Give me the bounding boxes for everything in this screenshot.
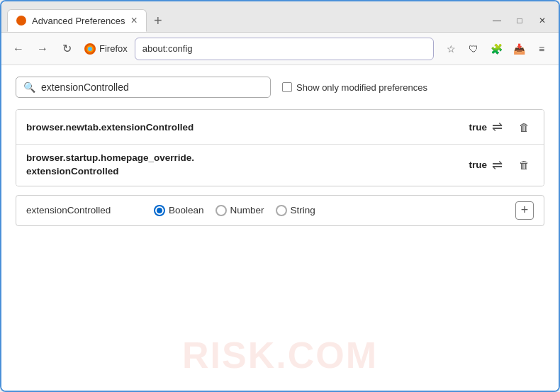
delete-button-1[interactable] [514, 117, 534, 137]
pref-name-1: browser.newtab.extensionControlled [26, 122, 463, 133]
radio-string-circle [276, 205, 287, 216]
watermark: RISK.COM [182, 334, 378, 376]
browser-window: Advanced Preferences × + — □ ✕ ← → ↻ Fir… [0, 0, 560, 392]
radio-string[interactable]: String [276, 205, 315, 216]
add-pref-name: extensionControlled [26, 205, 140, 215]
tab-close-button[interactable]: × [131, 15, 138, 26]
downloads-icon[interactable]: 📥 [509, 39, 529, 59]
back-button[interactable]: ← [9, 39, 28, 59]
row-actions-2 [487, 155, 534, 175]
search-input[interactable] [41, 82, 263, 93]
page-content: 🔍 Show only modified preferences browser… [1, 65, 559, 391]
search-icon: 🔍 [23, 82, 35, 93]
window-controls: — □ ✕ [486, 12, 553, 32]
reload-button[interactable]: ↻ [57, 39, 77, 59]
search-box[interactable]: 🔍 [16, 77, 271, 98]
bookmark-icon[interactable]: ☆ [441, 39, 461, 59]
radio-boolean-dot [157, 208, 162, 213]
radio-string-label: String [291, 205, 315, 215]
pref-name-2-line1: browser.startup.homepage_override. [26, 152, 463, 165]
tab-title: Advanced Preferences [32, 16, 125, 26]
search-row: 🔍 Show only modified preferences [16, 77, 544, 98]
pref-value-1: true [463, 122, 487, 133]
results-table: browser.newtab.extensionControlled true … [16, 109, 544, 186]
address-bar[interactable]: about:config [135, 38, 434, 60]
tab-bar: Advanced Preferences × + — □ ✕ [1, 1, 559, 33]
menu-icon[interactable]: ≡ [532, 39, 551, 59]
new-tab-button[interactable]: + [150, 9, 167, 32]
tab-favicon [16, 16, 26, 26]
delete-button-2[interactable] [514, 155, 534, 175]
row-actions-1 [487, 117, 534, 137]
shield-icon[interactable]: 🛡 [464, 39, 483, 59]
extension-icon[interactable]: 🧩 [486, 39, 506, 59]
pref-name-2-line2: extensionControlled [26, 165, 463, 179]
pref-name-2: browser.startup.homepage_override. exten… [26, 152, 463, 179]
radio-boolean-circle [154, 205, 165, 216]
table-row[interactable]: browser.startup.homepage_override. exten… [16, 145, 544, 186]
firefox-icon [84, 43, 96, 55]
table-row[interactable]: browser.newtab.extensionControlled true [16, 110, 544, 145]
reset-button-2[interactable] [487, 155, 507, 175]
forward-button[interactable]: → [33, 39, 52, 59]
maximize-button[interactable]: □ [509, 12, 530, 29]
radio-boolean-label: Boolean [169, 205, 204, 215]
reset-button-1[interactable] [487, 117, 507, 137]
address-text: about:config [142, 43, 193, 54]
minimize-button[interactable]: — [486, 12, 508, 29]
radio-number[interactable]: Number [215, 205, 264, 216]
nav-bar: ← → ↻ Firefox about:config ☆ 🛡 🧩 📥 ≡ [1, 33, 559, 65]
pref-value-2: true [463, 159, 487, 170]
firefox-logo: Firefox [84, 43, 128, 55]
svg-point-2 [88, 47, 92, 51]
active-tab[interactable]: Advanced Preferences × [7, 9, 147, 32]
radio-number-circle [215, 205, 227, 216]
radio-boolean[interactable]: Boolean [154, 205, 204, 216]
show-modified-checkbox[interactable] [282, 82, 292, 92]
add-pref-row: extensionControlled Boolean Number Strin… [16, 195, 544, 226]
close-button[interactable]: ✕ [532, 12, 553, 29]
add-pref-button[interactable]: + [515, 201, 534, 220]
show-modified-text: Show only modified preferences [296, 82, 427, 93]
browser-name: Firefox [99, 43, 128, 54]
nav-icons: ☆ 🛡 🧩 📥 ≡ [441, 39, 551, 59]
radio-number-label: Number [230, 205, 264, 215]
radio-group: Boolean Number String [154, 205, 501, 216]
show-modified-label[interactable]: Show only modified preferences [282, 82, 427, 93]
